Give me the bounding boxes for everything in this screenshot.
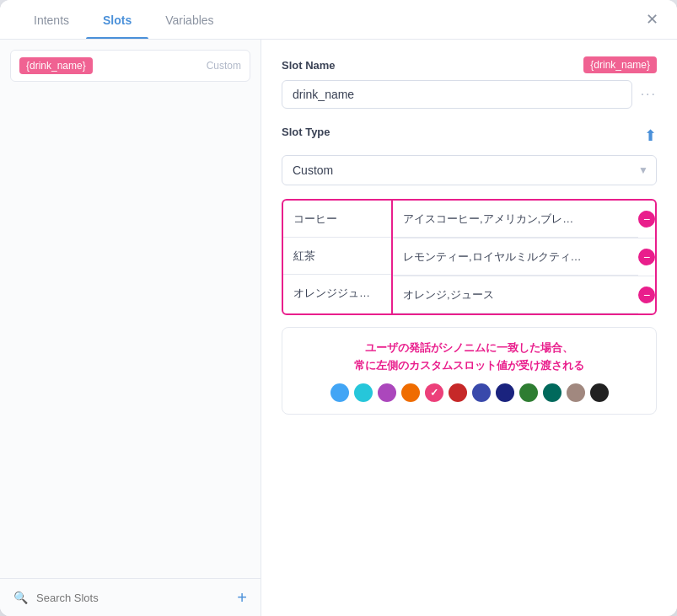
remove-row-button[interactable]: − [638, 287, 655, 303]
col-left: コーヒー 紅茶 オレンジジュ… [283, 201, 393, 313]
slot-table: コーヒー 紅茶 オレンジジュ… アイスコーヒー,アメリカン,ブレ… − レモンテ… [282, 199, 657, 315]
color-swatch[interactable] [519, 383, 538, 402]
remove-row-button[interactable]: − [638, 249, 655, 265]
slot-type-row: Slot Type ⬆ [282, 126, 657, 145]
more-options-button[interactable]: ··· [641, 87, 657, 102]
table-cell[interactable]: オレンジジュ… [283, 275, 391, 312]
info-text: ユーザの発話がシノニムに一致した場合、 常に左側のカスタムスロット値が受け渡され… [296, 340, 642, 375]
table-cell-right[interactable]: アイスコーヒー,アメリカン,ブレ… [393, 201, 638, 238]
slot-type-select[interactable]: Custom System Entity [282, 155, 657, 185]
slot-tag: {drink_name} [19, 57, 93, 74]
color-swatch[interactable] [401, 383, 420, 402]
upload-icon[interactable]: ⬆ [644, 126, 657, 145]
slot-name-label: Slot Name [282, 59, 583, 72]
table-cell[interactable]: コーヒー [283, 201, 391, 238]
color-swatch[interactable] [590, 383, 609, 402]
tab-variables[interactable]: Variables [148, 0, 230, 39]
color-swatch[interactable] [543, 383, 561, 402]
add-slot-button[interactable]: + [237, 589, 247, 606]
color-swatch[interactable] [354, 383, 373, 402]
main-content: {drink_name} Custom 🔍 + Slot Name {drink… [0, 40, 677, 616]
table-cell-right[interactable]: レモンティー,ロイヤルミルクティ… [393, 238, 638, 276]
remove-row-button[interactable]: − [638, 211, 655, 228]
slot-type-select-wrap: Custom System Entity ▼ [282, 155, 657, 185]
right-panel: Slot Name {drink_name} ··· Slot Type ⬆ [261, 40, 677, 616]
slot-name-input[interactable] [282, 80, 632, 109]
modal-dialog: Intents Slots Variables ✕ {drink_name} C… [0, 0, 677, 616]
search-icon: 🔍 [13, 591, 28, 604]
left-footer: 🔍 + [0, 578, 261, 616]
tabs-header: Intents Slots Variables ✕ [0, 0, 677, 40]
tab-intents[interactable]: Intents [17, 0, 86, 39]
close-button[interactable]: ✕ [640, 8, 664, 31]
slot-type-section: Slot Type ⬆ Custom System Entity ▼ [282, 126, 657, 185]
tab-slots[interactable]: Slots [86, 0, 148, 39]
color-swatch[interactable] [330, 383, 349, 402]
color-swatch[interactable] [378, 383, 396, 402]
left-panel: {drink_name} Custom 🔍 + [0, 40, 261, 616]
slot-name-tag: {drink_name} [583, 56, 657, 73]
table-cell-right[interactable]: オレンジ,ジュース [393, 276, 638, 313]
color-swatch[interactable] [567, 383, 585, 402]
slot-type-label: Custom [207, 60, 241, 72]
color-swatch[interactable] [496, 383, 514, 402]
color-palette [296, 383, 642, 402]
col-right: アイスコーヒー,アメリカン,ブレ… − レモンティー,ロイヤルミルクティ… − … [393, 201, 655, 313]
slot-list: {drink_name} Custom [0, 40, 261, 578]
info-box: ユーザの発話がシノニムに一致した場合、 常に左側のカスタムスロット値が受け渡され… [282, 327, 657, 415]
slot-type-label: Slot Type [282, 126, 636, 138]
list-item[interactable]: {drink_name} Custom [10, 50, 250, 82]
slot-name-section: Slot Name {drink_name} [282, 56, 657, 73]
slot-table-inner: コーヒー 紅茶 オレンジジュ… アイスコーヒー,アメリカン,ブレ… − レモンテ… [283, 201, 655, 313]
color-swatch-selected[interactable] [425, 383, 443, 402]
search-input[interactable] [36, 592, 228, 604]
color-swatch[interactable] [472, 383, 491, 402]
table-cell[interactable]: 紅茶 [283, 238, 391, 275]
color-swatch[interactable] [449, 383, 467, 402]
slot-name-row: ··· [282, 80, 657, 109]
